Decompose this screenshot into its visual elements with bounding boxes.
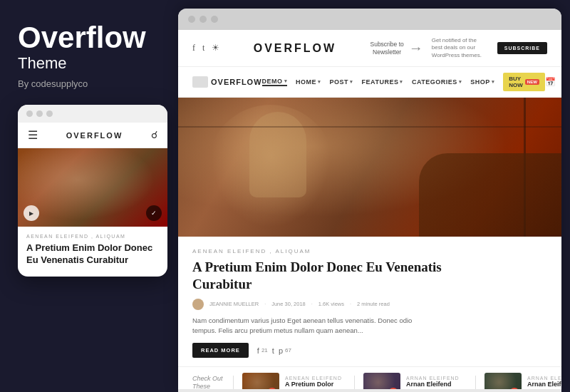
brand-subtitle: Theme [18,54,160,73]
calendar-icon[interactable]: 📅 [545,77,556,88]
article-read-time: 2 minute read [357,301,390,307]
bottom-post-3-title: Arnan Eleifend Aliquam [527,381,561,389]
website-topbar: f t ☀ OVERFLOW Subscribe toNewsletter → … [178,30,561,67]
mobile-dot-3 [46,110,53,117]
brand-author: By codesupplyco [18,78,160,89]
bottom-post-1-text: AENEAN ELEIFEND A Pretium Dolor Proin Po… [285,376,346,389]
check-out-label: Check OutThese Posts [192,375,224,389]
top-right-area: Subscribe toNewsletter → Get notified of… [370,37,547,59]
share-twitter[interactable]: t [272,346,274,355]
new-badge: NEW [525,79,539,85]
nav-item-post-label: POST [330,78,349,86]
nav-menu: DEMO ▾ HOME ▾ POST ▾ FEATURES ▾ CATEGORI… [262,73,545,91]
bottom-post-3-category: ARNAN ELEIFEND [527,376,561,381]
nav-item-features-label: FEATURES [362,78,399,86]
mobile-category: AENEAN ELEIFEND , ALIQUAM [26,234,159,239]
share-icons: f 21 t p 67 [257,346,291,355]
chevron-down-icon-6: ▾ [492,79,495,85]
article-date: June 30, 2018 [271,301,306,307]
instagram-icon[interactable]: ☀ [212,43,219,53]
chevron-down-icon-3: ▾ [350,79,353,85]
mobile-card-content: AENEAN ELEIFEND , ALIQUAM A Pretium Enim… [18,227,167,277]
bottom-strip: Check OutThese Posts 1 AENEAN ELEIFEND A… [178,366,561,389]
website-nav: OVERFLOW DEMO ▾ HOME ▾ POST ▾ FEATURES ▾ [178,67,561,98]
nav-item-categories[interactable]: CATEGORIES ▾ [412,78,462,86]
newsletter-text: Subscribe toNewsletter [370,41,404,56]
chevron-down-icon-5: ▾ [459,79,462,85]
mobile-hero-image: ▶ ✓ [18,148,167,227]
nav-item-demo-label: DEMO [262,78,283,85]
divider-3 [475,376,476,389]
chevron-down-icon: ▾ [284,78,288,84]
bottom-post-1-title: A Pretium Dolor Proin Posts [285,381,346,389]
article-excerpt: Nam condimentum varius justo Eget aenean… [192,316,435,336]
play-icon[interactable]: ▶ [24,205,39,221]
pinterest-count: 67 [285,347,291,354]
buy-now-button[interactable]: BUY NOW NEW [503,73,545,91]
read-more-button[interactable]: READ MORE [192,343,249,358]
bookmark-icon[interactable]: ✓ [146,205,162,221]
nav-item-home-label: HOME [296,78,316,86]
brand-title: Overflow [18,21,160,54]
chevron-down-icon-2: ▾ [318,79,321,85]
browser-mockup: f t ☀ OVERFLOW Subscribe toNewsletter → … [178,9,561,392]
nav-item-home[interactable]: HOME ▾ [296,78,321,86]
nav-item-features[interactable]: FEATURES ▾ [362,78,403,86]
share-facebook[interactable]: f 21 [257,346,268,355]
pinterest-share-icon: p [279,346,283,355]
divider-2 [354,376,355,389]
mobile-search-icon[interactable]: ☌ [151,129,157,141]
browser-dot-red [188,16,195,23]
subscribe-button[interactable]: SUBSCRIBE [497,42,547,54]
site-logo-top: OVERFLOW [254,42,336,55]
browser-bar [178,9,561,30]
hero-image [178,98,561,237]
post-badge-3: 3 [509,388,519,389]
bottom-post-2-title: Arnan Eleifend Aliquam Nam [406,381,467,389]
mobile-post-title: A Pretium Enim Dolor Donec Eu Venenatis … [26,242,159,267]
mobile-card-dots [18,105,167,123]
facebook-count: 21 [261,347,268,354]
article-views: 1.6K views [318,301,344,307]
bottom-post-3-text: ARNAN ELEIFEND Arnan Eleifend Aliquam [527,376,561,389]
bottom-post-3-image: 3 [484,373,522,389]
bottom-post-2-category: ARNAN ELEIFEND [406,376,467,381]
hamburger-icon[interactable]: ☰ [28,128,38,142]
post-badge-2: 2 [388,388,398,389]
nav-logo-text: OVERFLOW [211,78,262,86]
nav-right-icons: 📅 ☌ [545,77,561,88]
nav-item-demo[interactable]: DEMO ▾ [262,78,288,86]
article-category: AENEAN ELEIFEND , ALIQUAM [192,248,547,254]
facebook-icon[interactable]: f [192,43,195,53]
newsletter-arrow-icon: → [409,40,423,56]
nav-logo: OVERFLOW [192,76,262,88]
share-pinterest[interactable]: p 67 [279,346,291,355]
mobile-nav: ☰ OVERFLOW ☌ [18,123,167,148]
twitter-icon[interactable]: t [202,43,204,53]
mobile-dot-1 [26,110,33,117]
nav-item-shop-label: SHOP [470,78,490,86]
bottom-post-1[interactable]: 1 AENEAN ELEIFEND A Pretium Dolor Proin … [242,373,346,389]
chevron-down-icon-4: ▾ [400,79,403,85]
browser-dot-green [211,16,218,23]
twitter-share-icon: t [272,346,274,355]
nav-item-shop[interactable]: SHOP ▾ [470,78,494,86]
facebook-share-icon: f [257,346,259,355]
bottom-post-1-image: 1 [242,373,279,389]
nav-logo-icon [192,76,208,88]
bottom-post-1-category: AENEAN ELEIFEND [285,376,346,381]
mobile-dot-2 [36,110,43,117]
website-content: f t ☀ OVERFLOW Subscribe toNewsletter → … [178,30,561,389]
nav-item-post[interactable]: POST ▾ [330,78,353,86]
browser-dot-yellow [200,16,207,23]
get-notified-text: Get notified of the best deals on our Wo… [432,37,489,59]
social-icons: f t ☀ [192,43,219,53]
bottom-post-3[interactable]: 3 ARNAN ELEIFEND Arnan Eleifend Aliquam [484,373,561,389]
bottom-post-2-text: ARNAN ELEIFEND Arnan Eleifend Aliquam Na… [406,376,467,389]
mobile-nav-title: OVERFLOW [66,131,123,140]
left-panel: Overflow Theme By codesupplyco ☰ OVERFLO… [0,0,178,392]
divider-1 [233,376,234,389]
article-section: AENEAN ELEIFEND , ALIQUAM A Pretium Enim… [178,237,561,366]
author-avatar [192,299,204,310]
bottom-post-2[interactable]: 2 ARNAN ELEIFEND Arnan Eleifend Aliquam … [363,373,467,389]
